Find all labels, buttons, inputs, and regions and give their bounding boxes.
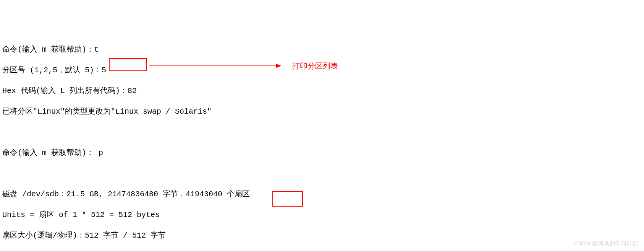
terminal-line: 磁盘 /dev/sdb：21.5 GB, 21474836480 字节，4194… xyxy=(2,189,642,199)
terminal-line xyxy=(2,127,642,137)
units-info: Units = 扇区 of 1 * 512 = 512 bytes xyxy=(2,210,160,219)
user-input: t xyxy=(94,45,99,54)
terminal-line xyxy=(2,168,642,179)
terminal-line: 命令(输入 m 获取帮助)：t xyxy=(2,44,642,55)
disk-info: 磁盘 /dev/sdb：21.5 GB, 21474836480 字节，4194… xyxy=(2,190,250,199)
prompt-text: Hex 代码(输入 L 列出所有代码)： xyxy=(2,86,128,95)
user-input: 5 xyxy=(102,66,106,75)
prompt-text: 分区号 (1,2,5，默认 5)： xyxy=(2,66,102,75)
terminal-line: 已将分区"Linux"的类型更改为"Linux swap / Solaris" xyxy=(2,106,642,117)
user-input: 82 xyxy=(128,86,137,95)
prompt-text: 命令(输入 m 获取帮助)： xyxy=(2,148,94,157)
watermark-text: CSDN @河马的学习日记 xyxy=(574,240,638,247)
terminal-line: 扇区大小(逻辑/物理)：512 字节 / 512 字节 xyxy=(2,230,642,241)
sector-size: 扇区大小(逻辑/物理)：512 字节 / 512 字节 xyxy=(2,231,166,240)
terminal-line: Hex 代码(输入 L 列出所有代码)：82 xyxy=(2,86,642,96)
output-text: 已将分区"Linux"的类型更改为"Linux swap / Solaris" xyxy=(2,107,212,116)
prompt-text: 命令(输入 m 获取帮助)： xyxy=(2,45,94,54)
terminal-line: Units = 扇区 of 1 * 512 = 512 bytes xyxy=(2,210,642,220)
annotation-label: 打印分区列表 xyxy=(292,61,338,71)
terminal-line: 命令(输入 m 获取帮助)： p xyxy=(2,148,642,158)
user-input: p xyxy=(94,148,103,157)
